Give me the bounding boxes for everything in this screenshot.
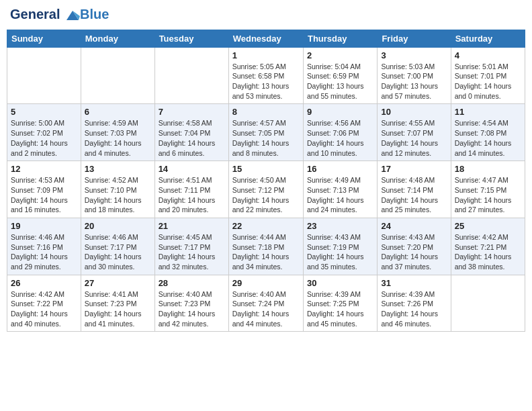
day-number: 14 [159,164,225,174]
day-info: Sunrise: 4:43 AMSunset: 7:20 PMDaylight:… [381,232,447,272]
day-info: Sunrise: 4:46 AMSunset: 7:17 PMDaylight:… [85,232,151,272]
calendar-cell: 29Sunrise: 4:40 AMSunset: 7:24 PMDayligh… [228,275,303,332]
day-number: 23 [307,221,373,231]
calendar-table: SundayMondayTuesdayWednesdayThursdayFrid… [7,30,525,332]
day-number: 19 [11,221,77,231]
day-info: Sunrise: 4:52 AMSunset: 7:10 PMDaylight:… [85,175,151,215]
calendar-cell: 26Sunrise: 4:42 AMSunset: 7:22 PMDayligh… [7,275,81,332]
day-info: Sunrise: 4:54 AMSunset: 7:08 PMDaylight:… [455,118,521,158]
day-number: 5 [11,107,77,117]
day-number: 12 [11,164,77,174]
calendar-cell: 5Sunrise: 5:00 AMSunset: 7:02 PMDaylight… [7,104,81,161]
day-info: Sunrise: 5:01 AMSunset: 7:01 PMDaylight:… [455,62,521,101]
day-info: Sunrise: 4:40 AMSunset: 7:24 PMDaylight:… [232,289,300,329]
day-info: Sunrise: 4:55 AMSunset: 7:07 PMDaylight:… [381,118,447,158]
calendar-cell: 9Sunrise: 4:56 AMSunset: 7:06 PMDaylight… [303,104,377,161]
weekday-header: Saturday [451,30,525,47]
day-number: 11 [455,107,521,117]
calendar-week-row: 5Sunrise: 5:00 AMSunset: 7:02 PMDaylight… [7,104,525,161]
calendar-cell: 28Sunrise: 4:40 AMSunset: 7:23 PMDayligh… [154,275,228,332]
header: General Blue [7,7,525,23]
calendar-week-row: 19Sunrise: 4:46 AMSunset: 7:16 PMDayligh… [7,218,525,275]
day-info: Sunrise: 4:43 AMSunset: 7:19 PMDaylight:… [307,232,373,272]
day-info: Sunrise: 4:41 AMSunset: 7:23 PMDaylight:… [85,289,151,329]
calendar-cell: 20Sunrise: 4:46 AMSunset: 7:17 PMDayligh… [81,218,154,275]
calendar-cell: 4Sunrise: 5:01 AMSunset: 7:01 PMDaylight… [451,47,525,104]
day-number: 20 [85,221,151,231]
calendar-cell: 19Sunrise: 4:46 AMSunset: 7:16 PMDayligh… [7,218,81,275]
calendar-cell: 12Sunrise: 4:53 AMSunset: 7:09 PMDayligh… [7,161,81,218]
calendar-cell: 21Sunrise: 4:45 AMSunset: 7:17 PMDayligh… [154,218,228,275]
calendar-cell: 22Sunrise: 4:44 AMSunset: 7:18 PMDayligh… [228,218,303,275]
day-info: Sunrise: 5:03 AMSunset: 7:00 PMDaylight:… [381,62,447,101]
day-number: 13 [85,164,151,174]
calendar-cell: 17Sunrise: 4:48 AMSunset: 7:14 PMDayligh… [378,161,451,218]
weekday-header: Thursday [303,30,377,47]
day-info: Sunrise: 4:49 AMSunset: 7:13 PMDaylight:… [307,175,373,215]
day-number: 15 [232,164,300,174]
day-number: 7 [159,107,225,117]
calendar-cell: 16Sunrise: 4:49 AMSunset: 7:13 PMDayligh… [303,161,377,218]
day-info: Sunrise: 4:59 AMSunset: 7:03 PMDaylight:… [85,118,151,158]
calendar-cell: 23Sunrise: 4:43 AMSunset: 7:19 PMDayligh… [303,218,377,275]
day-number: 27 [85,278,151,288]
calendar-cell [154,47,228,104]
logo-blue: Blue [80,7,109,21]
day-info: Sunrise: 4:57 AMSunset: 7:05 PMDaylight:… [232,118,300,158]
calendar-week-row: 1Sunrise: 5:05 AMSunset: 6:58 PMDaylight… [7,47,525,104]
calendar-cell: 14Sunrise: 4:51 AMSunset: 7:11 PMDayligh… [154,161,228,218]
day-info: Sunrise: 4:44 AMSunset: 7:18 PMDaylight:… [232,232,300,272]
calendar-cell: 25Sunrise: 4:42 AMSunset: 7:21 PMDayligh… [451,218,525,275]
calendar-cell: 13Sunrise: 4:52 AMSunset: 7:10 PMDayligh… [81,161,154,218]
day-info: Sunrise: 5:05 AMSunset: 6:58 PMDaylight:… [232,62,300,101]
calendar-cell: 1Sunrise: 5:05 AMSunset: 6:58 PMDaylight… [228,47,303,104]
day-number: 9 [307,107,373,117]
weekday-header: Monday [81,30,154,47]
logo-general: General [10,7,60,21]
day-info: Sunrise: 4:42 AMSunset: 7:21 PMDaylight:… [455,232,521,272]
day-info: Sunrise: 4:39 AMSunset: 7:25 PMDaylight:… [307,289,373,329]
calendar-week-row: 26Sunrise: 4:42 AMSunset: 7:22 PMDayligh… [7,275,525,332]
day-info: Sunrise: 4:47 AMSunset: 7:15 PMDaylight:… [455,175,521,215]
day-number: 31 [381,278,447,288]
day-info: Sunrise: 4:40 AMSunset: 7:23 PMDaylight:… [159,289,225,329]
weekday-header: Tuesday [154,30,228,47]
calendar-cell: 3Sunrise: 5:03 AMSunset: 7:00 PMDaylight… [378,47,451,104]
calendar-cell [81,47,154,104]
calendar-cell: 18Sunrise: 4:47 AMSunset: 7:15 PMDayligh… [451,161,525,218]
calendar-cell: 15Sunrise: 4:50 AMSunset: 7:12 PMDayligh… [228,161,303,218]
day-number: 2 [307,50,373,60]
day-number: 17 [381,164,447,174]
day-number: 28 [159,278,225,288]
calendar-cell: 11Sunrise: 4:54 AMSunset: 7:08 PMDayligh… [451,104,525,161]
weekday-header: Sunday [7,30,81,47]
day-number: 6 [85,107,151,117]
calendar-cell: 30Sunrise: 4:39 AMSunset: 7:25 PMDayligh… [303,275,377,332]
logo-icon [65,8,80,23]
day-info: Sunrise: 4:39 AMSunset: 7:26 PMDaylight:… [381,289,447,329]
day-info: Sunrise: 4:58 AMSunset: 7:04 PMDaylight:… [159,118,225,158]
day-info: Sunrise: 4:50 AMSunset: 7:12 PMDaylight:… [232,175,300,215]
day-info: Sunrise: 4:56 AMSunset: 7:06 PMDaylight:… [307,118,373,158]
day-number: 30 [307,278,373,288]
day-number: 16 [307,164,373,174]
calendar-cell [7,47,81,104]
day-number: 10 [381,107,447,117]
day-info: Sunrise: 4:48 AMSunset: 7:14 PMDaylight:… [381,175,447,215]
day-info: Sunrise: 4:46 AMSunset: 7:16 PMDaylight:… [11,232,77,272]
day-number: 4 [455,50,521,60]
day-info: Sunrise: 4:45 AMSunset: 7:17 PMDaylight:… [159,232,225,272]
calendar-cell [451,275,525,332]
day-number: 29 [232,278,300,288]
day-number: 18 [455,164,521,174]
calendar-cell: 8Sunrise: 4:57 AMSunset: 7:05 PMDaylight… [228,104,303,161]
day-info: Sunrise: 5:04 AMSunset: 6:59 PMDaylight:… [307,62,373,101]
day-number: 21 [159,221,225,231]
day-number: 3 [381,50,447,60]
day-info: Sunrise: 5:00 AMSunset: 7:02 PMDaylight:… [11,118,77,158]
calendar-cell: 7Sunrise: 4:58 AMSunset: 7:04 PMDaylight… [154,104,228,161]
day-number: 26 [11,278,77,288]
calendar-cell: 6Sunrise: 4:59 AMSunset: 7:03 PMDaylight… [81,104,154,161]
weekday-header: Wednesday [228,30,303,47]
day-info: Sunrise: 4:51 AMSunset: 7:11 PMDaylight:… [159,175,225,215]
